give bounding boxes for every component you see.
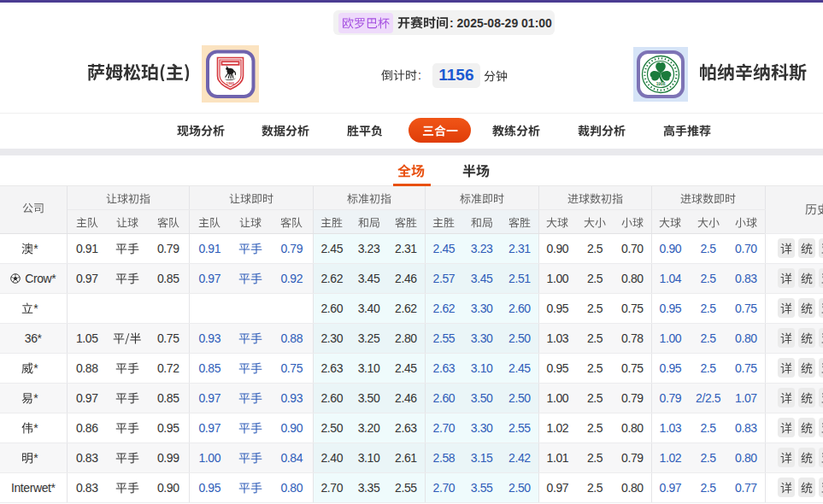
svg-text:1908: 1908: [656, 82, 666, 86]
svg-text:1965: 1965: [226, 81, 235, 85]
